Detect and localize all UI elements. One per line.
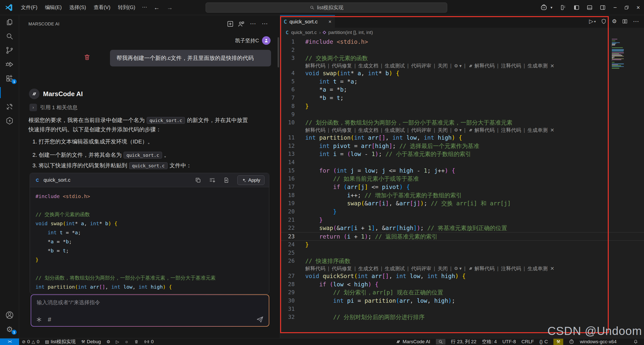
activity-item-explorer[interactable] <box>0 15 19 29</box>
encoding-status[interactable]: UTF-8 <box>502 339 516 344</box>
close-button[interactable]: × <box>632 0 644 15</box>
activity-item-power[interactable] <box>0 114 19 128</box>
menu-file[interactable]: 文件(F) <box>17 3 41 12</box>
codelens-link[interactable]: 解释代码 <box>475 265 495 272</box>
code-line-20[interactable]: 20 } <box>280 208 644 216</box>
apply-button[interactable]: Apply <box>237 175 264 185</box>
platform-status[interactable]: windows-gcc-x64 <box>580 339 617 344</box>
delete-message-icon[interactable] <box>83 53 91 61</box>
code-line-19[interactable]: 19 swap(&arr[i], &arr[j]); // 交换 arr[i] … <box>280 199 644 208</box>
shield-icon[interactable] <box>601 18 607 24</box>
reference-toggle[interactable]: › 引用 1 相关信息 <box>29 104 78 111</box>
codelens-link[interactable]: 生成测试 <box>385 127 405 134</box>
codelens-link[interactable]: 代码评审 <box>411 265 431 272</box>
code-line-26[interactable]: 26// 快速排序函数 <box>280 257 644 265</box>
toggle-secondary-sidebar-icon[interactable] <box>599 4 606 11</box>
code-line-1[interactable]: 1#include <stdio.h> <box>280 38 644 46</box>
chat-input[interactable]: 输入消息或者"/"来选择指令 # <box>31 295 269 326</box>
minimap[interactable] <box>612 39 624 69</box>
cmake-hex-icon[interactable] <box>622 339 628 344</box>
codelens-link[interactable]: 解释代码 <box>305 62 325 69</box>
zoom-status-icon[interactable] <box>436 339 445 344</box>
menu-edit[interactable]: 编辑(E) <box>41 3 66 12</box>
activity-item-search[interactable] <box>0 29 19 43</box>
codelens-link[interactable]: 生成测试 <box>385 265 405 272</box>
codelens-link[interactable]: 代码修复 <box>332 127 352 134</box>
codelens-link[interactable]: 注释代码 <box>501 62 521 69</box>
notifications-bell-icon[interactable] <box>633 339 638 344</box>
codelens-link[interactable]: 代码评审 <box>411 62 431 69</box>
activity-item-marscode[interactable] <box>0 86 19 100</box>
chat-scrollbar[interactable] <box>278 37 279 67</box>
code-line-28[interactable]: 28 if (low < high) { <box>280 280 644 289</box>
cursor-position[interactable]: 行 23, 列 22 <box>451 338 476 345</box>
codelens-link[interactable]: 解释代码 <box>475 62 495 69</box>
code-line-25[interactable]: 25 <box>280 249 644 257</box>
menu-selection[interactable]: 选择(S) <box>65 3 90 12</box>
code-line-18[interactable]: 18 i++; // 增加小于基准元素的子数组的索引 <box>280 191 644 200</box>
code-line-16[interactable]: 16 // 如果当前元素小于或等于基准 <box>280 175 644 183</box>
ports-status[interactable]: 0 <box>144 339 154 344</box>
copilot-status-icon[interactable] <box>569 339 574 344</box>
nav-back-icon[interactable]: ← <box>150 3 163 12</box>
code-line-10[interactable]: 10// 划分函数，将数组划分为两部分，一部分小于基准元素，一部分大于基准元素 <box>280 119 644 127</box>
run-file-button[interactable]: ▷▾ <box>589 18 596 25</box>
nav-forward-icon[interactable]: → <box>163 3 176 12</box>
code-line-17[interactable]: 17 if (arr[j] <= pivot) { <box>280 183 644 191</box>
codelens-link[interactable]: 生成单测 <box>527 62 548 69</box>
codelens-link[interactable]: 生成单测 <box>527 265 548 272</box>
split-editor-icon[interactable] <box>622 18 628 24</box>
build-icon[interactable]: ☼ <box>125 339 129 344</box>
codelens-link[interactable]: 生成文档 <box>358 127 378 134</box>
codelens-link[interactable]: 代码修复 <box>332 265 352 272</box>
code-line-31[interactable]: 31 <box>280 305 644 313</box>
menu-view[interactable]: 查看(V) <box>90 3 114 12</box>
codelens-gear-icon[interactable]: ⚙ ▾ <box>454 127 462 133</box>
new-file-icon[interactable] <box>223 177 230 183</box>
code-line-11[interactable]: 11int partition(int arr[], int low, int … <box>280 134 644 142</box>
gear-status-icon[interactable]: ⚙ <box>106 339 110 344</box>
copy-code-icon[interactable] <box>195 177 201 183</box>
code-line-7[interactable]: 7 *b = t; <box>280 94 644 102</box>
codelens-link[interactable]: 生成单测 <box>527 127 548 134</box>
codelens-gear-icon[interactable]: ⚙ ▾ <box>454 63 462 69</box>
codelens-close-icon[interactable]: ✕ <box>550 63 554 69</box>
send-icon[interactable] <box>256 316 264 323</box>
chat-history-icon[interactable]: ⋯ <box>250 20 257 28</box>
codelens-link[interactable]: 生成测试 <box>385 62 405 69</box>
codelens-link[interactable]: 关闭 <box>438 62 448 69</box>
code-line-30[interactable]: 30 int pi = partition(arr, low, high); <box>280 297 644 305</box>
code-line-2[interactable]: 2 <box>280 46 644 54</box>
codelens-close-icon[interactable]: ✕ <box>550 127 554 133</box>
code-line-29[interactable]: 29 // 划分索引，arr[p] 现在在正确的位置 <box>280 288 644 297</box>
code-line-15[interactable]: 15 for (int j = low; j <= high - 1; j++)… <box>280 167 644 175</box>
code-line-12[interactable]: 12 int pivot = arr[high]; // 选择最后一个元素作为基… <box>280 142 644 150</box>
codelens-link[interactable]: 生成文档 <box>358 265 378 272</box>
code-line-14[interactable]: 14 <box>280 158 644 167</box>
codelens-gear-icon[interactable]: ⚙ ▾ <box>454 266 462 271</box>
menu-goto[interactable]: 转到(G) <box>114 3 139 12</box>
restore-button[interactable] <box>621 0 632 15</box>
code-line-9[interactable]: 9 <box>280 110 644 119</box>
problems-status[interactable]: ⊘ 0 △ 0 <box>22 339 39 344</box>
activity-item-source-control[interactable] <box>0 43 19 57</box>
codelens-close-icon[interactable]: ✕ <box>550 265 554 272</box>
run-task-icon[interactable]: ▷ <box>116 339 119 344</box>
code-line-8[interactable]: 8} <box>280 102 644 110</box>
code-line-3[interactable]: 3// 交换两个元素的函数 <box>280 54 644 62</box>
activity-item-settings[interactable]: ⚙1 <box>0 322 19 336</box>
settings-gear-icon[interactable]: ⚙ <box>612 18 617 25</box>
copilot-chevron-icon[interactable]: ▾ <box>550 5 552 10</box>
more-actions-icon[interactable]: ⋯ <box>633 18 639 25</box>
copilot-icon[interactable] <box>540 4 548 11</box>
context-hash-icon[interactable]: # <box>48 316 51 323</box>
cpp-configure-status[interactable]: ⚒ <box>553 339 563 345</box>
code-line-22[interactable]: 22 swap(&arr[i + 1], &arr[high]); // 将基准… <box>280 224 644 232</box>
tab-quick-sort[interactable]: C quick_sort.c × <box>280 15 335 28</box>
breadcrumb-file[interactable]: quick_sort.c <box>291 30 317 35</box>
activity-item-extensions[interactable]: 1 <box>0 71 19 86</box>
clean-trash-icon[interactable] <box>134 339 139 344</box>
code-line-32[interactable]: 32 // 分别对划分后的两部分进行排序 <box>280 313 644 321</box>
command-center-search[interactable]: list模拟实现 <box>206 3 447 13</box>
code-line-4[interactable]: 4void swap(int* a, int* b) { <box>280 69 644 78</box>
